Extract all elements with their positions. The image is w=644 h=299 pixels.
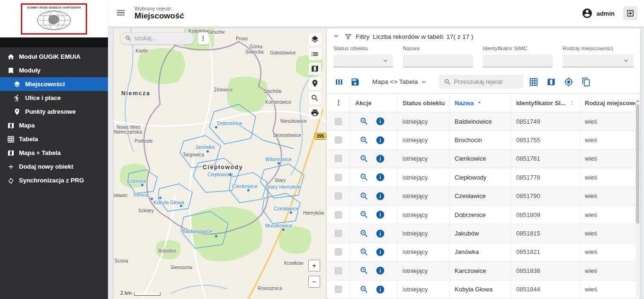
map-tool-search-button[interactable] [309,92,321,104]
row-checkbox[interactable] [335,248,342,255]
filter-field-rodzaj-miejscowości: Rodzaj miejscowości [563,45,634,67]
feature-info-button[interactable] [375,228,385,239]
map-canvas [114,28,327,299]
column-header-status-obiektu[interactable]: Status obiektu [398,94,450,112]
sidebar-item-dodaj-nowy-obiekt[interactable]: Dodaj nowy obiekt [0,160,108,173]
map-panel[interactable]: KsięginiceKarszówPrusyKietlinGórkaSobock… [114,28,327,299]
filter-input-nazwa[interactable] [403,54,473,67]
feature-info-button[interactable] [375,135,385,145]
locate-button[interactable] [563,76,574,88]
zoom-to-feature-button[interactable] [359,209,369,220]
view-mode-select[interactable]: Mapa <> Tabela [372,78,428,86]
table-row[interactable]: istniejącyCzesławice0851790wieś [327,187,640,206]
feature-info-button[interactable] [375,116,385,127]
cell-status: istniejący [398,168,450,186]
table-view-button[interactable] [528,76,539,88]
save-button[interactable] [349,76,361,88]
cell-type: wieś [580,187,640,205]
feature-info-button[interactable] [375,154,385,164]
filter-select-status-obiektu[interactable] [333,54,393,67]
sidebar-item-label: Miejscowości [25,81,65,88]
sidebar-item-ulice-i-place[interactable]: Ulice i place [0,91,108,105]
row-checkbox[interactable] [335,230,342,237]
zoom-to-feature-button[interactable] [359,284,369,295]
table-row[interactable]: istniejącyCiepłowody0851778wieś [327,168,640,187]
row-checkbox[interactable] [335,286,342,293]
zoom-in-button[interactable]: + [308,260,320,272]
table-row[interactable]: istniejącyKobyla Głowa0851844wieś [327,281,640,299]
table-row[interactable]: istniejącyBrochocin0851755wieś [327,131,640,149]
row-checkbox[interactable] [335,192,342,199]
map-tool-layers-button[interactable] [309,33,321,45]
zoom-out-button[interactable]: − [308,276,320,288]
sidebar-item-label: Dodaj nowy obiekt [19,163,73,170]
choose-columns-button[interactable] [333,76,345,88]
cell-type: wieś [580,224,640,242]
map-more-button[interactable] [198,32,208,45]
collapse-filters-button[interactable] [332,32,341,41]
cell-type: wieś [580,281,640,299]
cell-name: Czesławice [450,187,511,205]
zoom-to-feature-button[interactable] [359,116,369,127]
row-checkbox[interactable] [335,211,342,218]
map-view-button[interactable] [546,76,557,88]
table-row[interactable]: istniejącyCienkowice0851761wieś [327,150,640,168]
row-checkbox[interactable] [335,155,342,162]
table-row[interactable]: istniejącyJanówka0851821wieś [327,243,640,262]
table-row[interactable]: istniejącyDobrzenice0851809wieś [327,206,640,224]
table-row[interactable]: istniejącyKarczowice0851838wieś [327,262,640,280]
register-search-input[interactable]: Przeszukaj rejestr [439,75,523,89]
menu-toggle-button[interactable] [115,7,127,19]
feature-info-button[interactable] [375,191,385,201]
column-header-nazwa[interactable]: Nazwa [450,94,511,112]
column-header-identyfikator-si[interactable]: Identyfikator SI... [511,94,580,112]
sidebar-item-miejscowości[interactable]: Miejscowości [0,77,108,91]
zoom-to-feature-button[interactable] [359,135,369,145]
feature-info-button[interactable] [375,172,385,182]
map-tool-printer-button[interactable] [309,107,321,119]
sidebar-item-mapa[interactable]: Mapa [0,118,108,132]
table-toolbar: Mapa <> Tabela Przeszukaj rejestr [327,72,640,93]
register-search-placeholder: Przeszukaj rejestr [454,78,503,85]
zoom-to-feature-button[interactable] [359,228,369,239]
map-tool-list-button[interactable] [309,48,321,60]
sidebar-nav: Moduł GUGiK EMUiAModułyMiejscowościUlice… [0,47,108,187]
sidebar-item-mapa-tabela[interactable]: Mapa + Tabela [0,146,108,160]
feature-info-button[interactable] [375,265,385,276]
zoom-to-feature-button[interactable] [359,191,369,201]
table-row[interactable]: istniejącyBaldwinowice0851749wieś [327,112,640,131]
map-tool-map-button[interactable] [309,63,321,75]
column-header-rodzaj-miejscowoś[interactable]: Rodzaj miejscowoś [580,94,640,112]
map-search-input[interactable]: szukaj... [120,32,195,45]
scrollbar-thumb[interactable] [636,104,639,224]
sidebar-item-moduł-gugik-emuia[interactable]: Moduł GUGiK EMUiA [0,50,108,63]
feature-info-button[interactable] [375,209,385,220]
feature-info-button[interactable] [375,284,385,295]
filter-field-nazwa: Nazwa [403,45,473,67]
duplicate-button[interactable] [581,76,592,88]
row-checkbox[interactable] [335,174,342,181]
cell-simc: 0851821 [511,243,580,261]
column-header-akcje[interactable]: Akcje [350,94,398,112]
sidebar-item-punkty-adresowe[interactable]: Punkty adresowe [0,105,108,118]
topbar-right: admin [581,6,637,20]
filter-select-rodzaj-miejscowości[interactable] [563,54,634,67]
logout-button[interactable] [623,6,637,20]
sidebar-item-tabela[interactable]: Tabela [0,132,108,146]
sidebar-item-moduły[interactable]: Moduły [0,63,108,77]
table-scrollbar[interactable] [635,99,640,299]
zoom-to-feature-button[interactable] [359,154,369,164]
row-checkbox[interactable] [335,136,342,144]
table-menu-button[interactable] [327,94,350,112]
zoom-to-feature-button[interactable] [359,247,369,257]
table-row[interactable]: istniejącyJakubów0851815wieś [327,224,640,243]
zoom-to-feature-button[interactable] [359,265,369,276]
map-tool-pin-button[interactable] [309,77,321,90]
sidebar-item-synchronizacja-z-prg[interactable]: Synchronizacja z PRG [0,173,108,187]
feature-info-button[interactable] [375,247,385,257]
zoom-to-feature-button[interactable] [359,172,369,182]
cell-simc: 0851755 [511,131,580,149]
row-checkbox[interactable] [335,267,342,274]
row-checkbox[interactable] [335,118,342,125]
filter-input-identyfikator-simc[interactable] [483,54,553,67]
